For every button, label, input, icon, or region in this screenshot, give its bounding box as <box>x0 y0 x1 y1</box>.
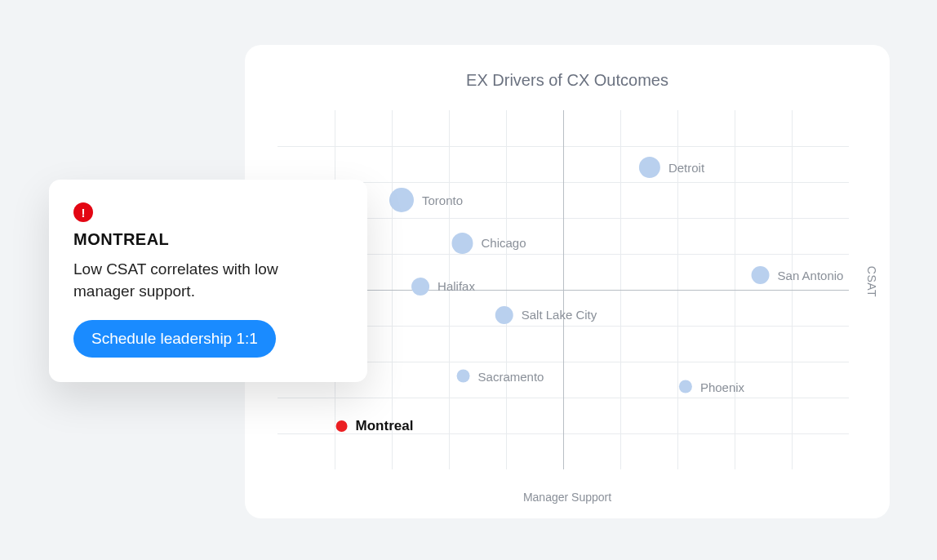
data-point-label: Salt Lake City <box>522 308 597 322</box>
data-point[interactable]: Phoenix <box>679 380 744 393</box>
y-axis <box>563 110 564 469</box>
data-point[interactable]: Chicago <box>451 233 526 254</box>
data-point-label: Sacramento <box>478 369 544 383</box>
x-axis-label: Manager Support <box>245 491 890 504</box>
data-point-label: Montreal <box>356 418 414 434</box>
insight-title: MONTREAL <box>73 230 343 249</box>
data-point-label: Toronto <box>422 193 463 207</box>
data-point-dot <box>336 420 348 432</box>
data-point[interactable]: Toronto <box>389 188 463 212</box>
data-point[interactable]: Detroit <box>639 157 704 178</box>
data-point[interactable]: Montreal <box>336 418 414 434</box>
data-point-dot <box>451 233 473 254</box>
data-point-dot <box>457 370 470 383</box>
data-point-dot <box>411 278 429 296</box>
data-point-label: Chicago <box>481 236 526 250</box>
chart-title: EX Drivers of CX Outcomes <box>245 71 890 90</box>
data-point-label: Phoenix <box>700 380 744 393</box>
schedule-leadership-button[interactable]: Schedule leadership 1:1 <box>73 320 276 358</box>
data-point-label: Detroit <box>668 161 704 175</box>
data-point-dot <box>752 266 770 284</box>
data-point-dot <box>639 157 660 178</box>
y-axis-label: CSAT <box>865 266 878 297</box>
data-point-dot <box>389 188 414 212</box>
data-point-dot <box>495 306 513 324</box>
data-point[interactable]: Salt Lake City <box>495 306 597 324</box>
data-point-dot <box>679 380 692 393</box>
insight-card: ! MONTREAL Low CSAT correlates with low … <box>49 180 367 382</box>
data-point[interactable]: San Antonio <box>752 266 844 284</box>
data-point[interactable]: Halifax <box>411 278 475 296</box>
data-point-label: Halifax <box>437 279 475 293</box>
data-point-label: San Antonio <box>778 269 844 282</box>
data-point[interactable]: Sacramento <box>457 369 544 383</box>
insight-body: Low CSAT correlates with low manager sup… <box>73 259 343 302</box>
alert-icon: ! <box>73 202 93 222</box>
